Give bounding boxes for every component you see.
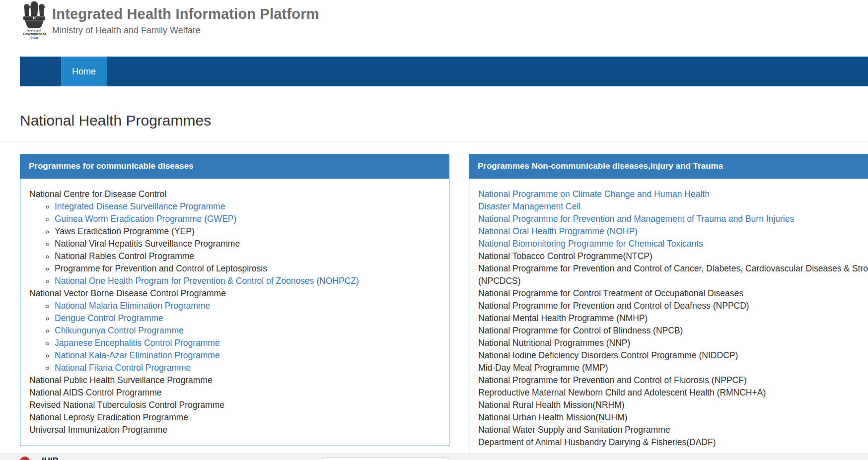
emblem-of-india-icon (20, 1, 49, 29)
programme-text: National Rabies Control Programme (55, 251, 194, 261)
programme-text: National Programme for Control of Blindn… (478, 325, 868, 337)
programme-link[interactable]: National Filaria Control Programme (55, 363, 191, 373)
programme-link[interactable]: Chikungunya Control Programme (55, 326, 184, 335)
programme-link[interactable]: National Oral Health Programme (NOHP) (478, 225, 868, 238)
panel-heading-non-communicable: Programmes Non-communicable diseases,Inj… (469, 154, 868, 179)
programme-sublist: Integrated Disease Surveillance Programm… (29, 200, 440, 287)
footer-brand: IHIP (42, 456, 58, 460)
programme-text: National Public Health Surveillance Prog… (29, 374, 440, 387)
panel-non-communicable-diseases: Programmes Non-communicable diseases,Inj… (469, 154, 868, 459)
programme-link[interactable]: National Malaria Elimination Programme (55, 301, 210, 311)
emblem-of-india: सत्यमेव जयते Government of India (20, 1, 49, 39)
programme-subitem[interactable]: National One Health Program for Preventi… (55, 275, 440, 287)
programme-text: National Nutritional Programmes (NNP) (478, 337, 868, 349)
programme-text: National Tobacco Control Programme(NTCP) (478, 250, 868, 263)
programme-text: Reproductive Maternal Newborn Child and … (478, 387, 868, 399)
programme-link[interactable]: Japanese Encephalitis Control Programme (55, 338, 220, 348)
programme-subitem: National Viral Hepatitis Surveillance Pr… (55, 238, 440, 250)
panel-body-non-communicable: National Programme on Climate Change and… (469, 179, 868, 459)
programme-subitem: Programme for Prevention and Control of … (55, 263, 440, 275)
programme-text: National Iodine Deficiency Disorders Con… (478, 349, 868, 362)
programme-link[interactable]: National One Health Program for Preventi… (55, 276, 359, 286)
programme-sublist: National Malaria Elimination ProgrammeDe… (29, 300, 440, 374)
programme-subitem: National Rabies Control Programme (55, 250, 440, 263)
site-title: Integrated Health Information Platform (52, 6, 319, 22)
programme-text: National Water Supply and Sanitation Pro… (478, 424, 868, 436)
programme-link[interactable]: National Programme for Prevention and Ma… (478, 213, 868, 225)
site-branding: Integrated Health Information Platform M… (52, 6, 319, 36)
content-divider (0, 141, 868, 142)
programme-link[interactable]: Disaster Management Cell (478, 200, 868, 213)
programme-link[interactable]: Guinea Worm Eradication Programme (GWEP) (55, 214, 236, 224)
programme-text: National Leprosy Eradication Programme (29, 411, 440, 424)
panel-heading-communicable: Programmes for communicable diseases (20, 154, 449, 179)
programme-link[interactable]: Integrated Disease Surveillance Programm… (55, 201, 225, 211)
programme-text: National AIDS Control Programme (29, 387, 440, 399)
programme-text: Department of Animal Husbandry Dairying … (478, 436, 868, 449)
programme-text: National Programme for Prevention and Co… (478, 374, 868, 387)
programme-subitem[interactable]: Integrated Disease Surveillance Programm… (55, 200, 440, 213)
programme-subitem[interactable]: National Filaria Control Programme (55, 362, 440, 374)
programme-subitem[interactable]: Dengue Control Programme (55, 312, 440, 325)
footer-strip: IHIP (0, 454, 868, 460)
site-subtitle: Ministry of Health and Family Welfare (52, 25, 319, 36)
programme-text: National Rural Health Mission(NRHM) (478, 399, 868, 411)
programme-text: National Centre for Disease Control (29, 188, 440, 200)
main-navbar: Home (20, 57, 868, 86)
programme-text: National Urban Health Mission(NUHM) (478, 411, 868, 424)
programme-text: Universal Immunization Programme (29, 424, 440, 436)
programme-text: Programme for Prevention and Control of … (55, 263, 267, 273)
programme-text: National Viral Hepatitis Surveillance Pr… (55, 239, 240, 249)
programme-text: National Programme for Control Treatment… (478, 287, 868, 300)
programme-link[interactable]: National Kala-Azar Elimination Programme (55, 350, 220, 360)
programme-subitem[interactable]: National Kala-Azar Elimination Programme (55, 349, 440, 362)
emblem-caption: Government of India (20, 33, 49, 39)
programme-text: National Programme for Prevention and Co… (478, 263, 868, 287)
programme-subitem[interactable]: Guinea Worm Eradication Programme (GWEP) (55, 213, 440, 225)
programme-subitem: Yaws Eradication Programme (YEP) (55, 225, 440, 238)
programme-subitem[interactable]: Chikungunya Control Programme (55, 325, 440, 337)
page-title: National Health Programmes (20, 112, 211, 129)
panel-body-communicable: National Centre for Disease ControlInteg… (20, 179, 449, 446)
programme-text: National Mental Health Programme (NMHP) (478, 312, 868, 325)
programme-text: National Programme for Prevention and Co… (478, 300, 868, 312)
programme-text: Yaws Eradication Programme (YEP) (55, 226, 195, 236)
programme-subitem[interactable]: Japanese Encephalitis Control Programme (55, 337, 440, 349)
programme-subitem[interactable]: National Malaria Elimination Programme (55, 300, 440, 312)
footer-widget (321, 457, 449, 460)
programme-link[interactable]: Dengue Control Programme (55, 313, 163, 323)
programme-text: Revised National Tuberculosis Control Pr… (29, 399, 440, 411)
ihip-logo-icon (20, 457, 30, 460)
panel-communicable-diseases: Programmes for communicable diseases Nat… (20, 154, 449, 446)
nav-item-home[interactable]: Home (61, 57, 107, 86)
programme-text: National Vector Borne Disease Control Pr… (29, 287, 440, 300)
programme-link[interactable]: National Programme on Climate Change and… (478, 188, 868, 200)
programme-text: Mid-Day Meal Programme (MMP) (478, 362, 868, 374)
programme-link[interactable]: National Biomonitoring Programme for Che… (478, 238, 868, 250)
